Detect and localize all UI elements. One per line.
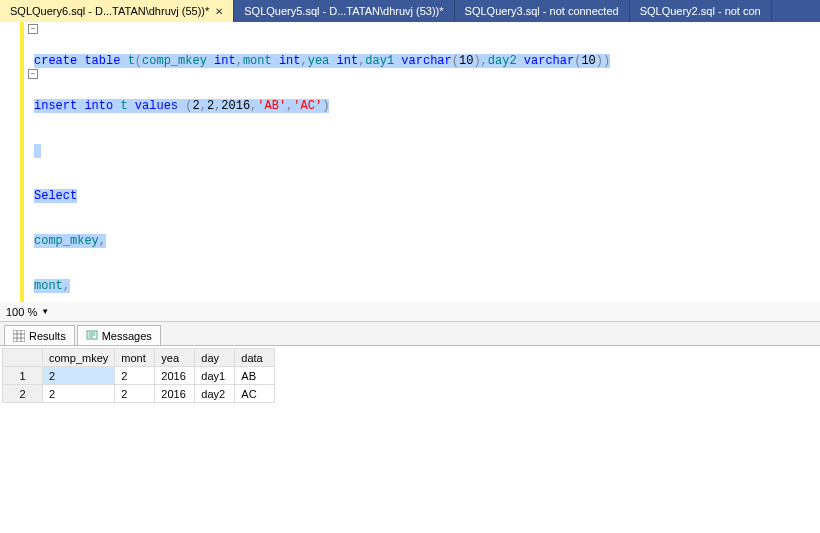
results-grid[interactable]: comp_mkey mont yea day data 1 2 2 2016 d…: [2, 348, 275, 403]
col-header[interactable]: data: [235, 349, 275, 367]
grid-cell[interactable]: 2: [43, 385, 115, 403]
grid-cell[interactable]: 2016: [155, 367, 195, 385]
grid-cell[interactable]: 2: [43, 367, 115, 385]
fold-icon[interactable]: −: [28, 69, 38, 79]
tab-label: SQLQuery2.sql - not con: [640, 5, 761, 17]
changed-lines-indicator: − −: [20, 22, 24, 302]
zoom-bar: 100 % ▼: [0, 302, 820, 322]
row-number[interactable]: 1: [3, 367, 43, 385]
zoom-value: 100 %: [6, 306, 37, 318]
tab-label: SQLQuery6.sql - D...TATAN\dhruvj (55))*: [10, 5, 209, 17]
grid-cell[interactable]: day2: [195, 385, 235, 403]
grid-cell[interactable]: 2: [115, 367, 155, 385]
tab-query5[interactable]: SQLQuery5.sql - D...TATAN\dhruvj (53))*: [234, 0, 454, 22]
tab-query3[interactable]: SQLQuery3.sql - not connected: [455, 0, 630, 22]
tab-query6[interactable]: SQLQuery6.sql - D...TATAN\dhruvj (55))* …: [0, 0, 234, 22]
grid-cell[interactable]: 2: [115, 385, 155, 403]
row-number[interactable]: 2: [3, 385, 43, 403]
grid-cell[interactable]: day1: [195, 367, 235, 385]
results-tabs: Results Messages: [0, 322, 820, 346]
tab-bar: SQLQuery6.sql - D...TATAN\dhruvj (55))* …: [0, 0, 820, 22]
grid-header-row: comp_mkey mont yea day data: [3, 349, 275, 367]
grid-cell[interactable]: AB: [235, 367, 275, 385]
col-header[interactable]: yea: [155, 349, 195, 367]
svg-rect-0: [13, 330, 25, 342]
message-icon: [86, 330, 98, 342]
tab-messages-label: Messages: [102, 330, 152, 342]
col-header[interactable]: mont: [115, 349, 155, 367]
gutter: − −: [0, 22, 28, 302]
tab-label: SQLQuery5.sql - D...TATAN\dhruvj (53))*: [244, 5, 443, 17]
col-header[interactable]: day: [195, 349, 235, 367]
grid-icon: [13, 330, 25, 342]
editor: − − create table t(comp_mkey int,mont in…: [0, 22, 820, 302]
tab-results[interactable]: Results: [4, 325, 75, 345]
grid-cell[interactable]: AC: [235, 385, 275, 403]
code-area[interactable]: create table t(comp_mkey int,mont int,ye…: [28, 22, 820, 302]
tab-results-label: Results: [29, 330, 66, 342]
grid-corner: [3, 349, 43, 367]
tab-messages[interactable]: Messages: [77, 325, 161, 345]
results-pane: comp_mkey mont yea day data 1 2 2 2016 d…: [0, 346, 820, 532]
tab-query2[interactable]: SQLQuery2.sql - not con: [630, 0, 772, 22]
col-header[interactable]: comp_mkey: [43, 349, 115, 367]
close-icon[interactable]: ✕: [215, 6, 223, 17]
tab-label: SQLQuery3.sql - not connected: [465, 5, 619, 17]
grid-row[interactable]: 1 2 2 2016 day1 AB: [3, 367, 275, 385]
grid-cell[interactable]: 2016: [155, 385, 195, 403]
fold-icon[interactable]: −: [28, 24, 38, 34]
zoom-dropdown[interactable]: ▼: [41, 307, 49, 316]
grid-row[interactable]: 2 2 2 2016 day2 AC: [3, 385, 275, 403]
